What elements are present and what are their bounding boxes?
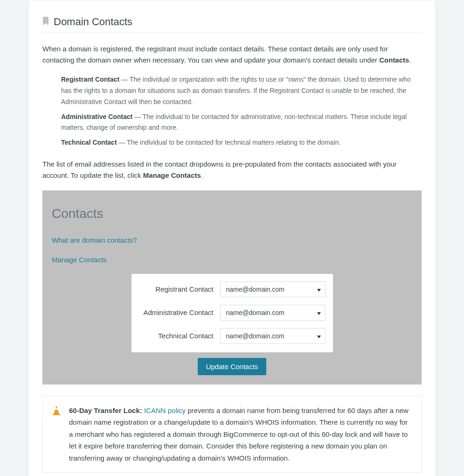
note-paragraph: The list of email addresses listed in th… [42, 159, 422, 181]
cone-icon [51, 405, 62, 464]
svg-rect-2 [53, 414, 60, 415]
intro-text: When a domain is registered, the registr… [42, 45, 388, 64]
definition-item: Administrative Contact — The individual … [61, 112, 422, 134]
definitions-list: Registrant Contact — The individual or o… [61, 74, 422, 148]
registrant-value: name@domain.com [226, 286, 285, 293]
panel-title: Contacts [52, 203, 412, 224]
divider [42, 33, 422, 33]
technical-label: Technical Contact [139, 330, 214, 342]
administrative-label: Administrative Contact [139, 307, 214, 318]
definition-item: Technical Contact — The individual to be… [61, 137, 422, 148]
definition-label: Administrative Contact [61, 113, 132, 120]
definition-label: Registrant Contact [61, 76, 119, 83]
callout-body: 60-Day Transfer Lock: ICANN policy preve… [69, 405, 413, 464]
svg-rect-1 [55, 408, 58, 410]
intro-bold: Contacts [379, 56, 409, 64]
note-suffix: . [201, 171, 203, 179]
icann-policy-link[interactable]: ICANN policy [144, 406, 186, 414]
definition-item: Registrant Contact — The individual or o… [61, 74, 422, 107]
bookmark-icon [42, 14, 49, 30]
technical-row: Technical Contact name@domain.com [139, 328, 325, 344]
section-title: Domain Contacts [54, 14, 132, 30]
callout-prefix: 60-Day Transfer Lock: [69, 406, 144, 414]
registrant-select[interactable]: name@domain.com [220, 281, 325, 297]
content-card: Domain Contacts When a domain is registe… [28, 0, 436, 476]
technical-select[interactable]: name@domain.com [220, 328, 325, 344]
intro-suffix: . [409, 56, 411, 64]
note-text: The list of email addresses listed in th… [42, 160, 397, 179]
what-are-contacts-link[interactable]: What are domain contacts? [52, 235, 412, 246]
administrative-row: Administrative Contact name@domain.com [139, 305, 325, 321]
registrant-row: Registrant Contact name@domain.com [139, 281, 325, 297]
transfer-lock-callout: 60-Day Transfer Lock: ICANN policy preve… [42, 396, 422, 473]
update-contacts-button[interactable]: Update Contacts [198, 358, 267, 375]
contacts-form: Registrant Contact name@domain.com Admin… [132, 274, 333, 352]
technical-value: name@domain.com [226, 332, 285, 340]
administrative-select[interactable]: name@domain.com [220, 305, 325, 321]
note-bold: Manage Contacts [143, 171, 201, 179]
administrative-value: name@domain.com [226, 309, 285, 316]
contacts-panel: Contacts What are domain contacts? Manag… [42, 190, 422, 385]
callout-text: prevents a domain name from being transf… [69, 406, 409, 462]
section-header: Domain Contacts [42, 14, 422, 30]
registrant-label: Registrant Contact [139, 284, 214, 295]
definition-text: — The individual to be contacted for tec… [117, 139, 341, 146]
definition-label: Technical Contact [61, 139, 117, 146]
manage-contacts-link[interactable]: Manage Contacts [52, 254, 412, 266]
intro-paragraph: When a domain is registered, the registr… [42, 43, 422, 66]
